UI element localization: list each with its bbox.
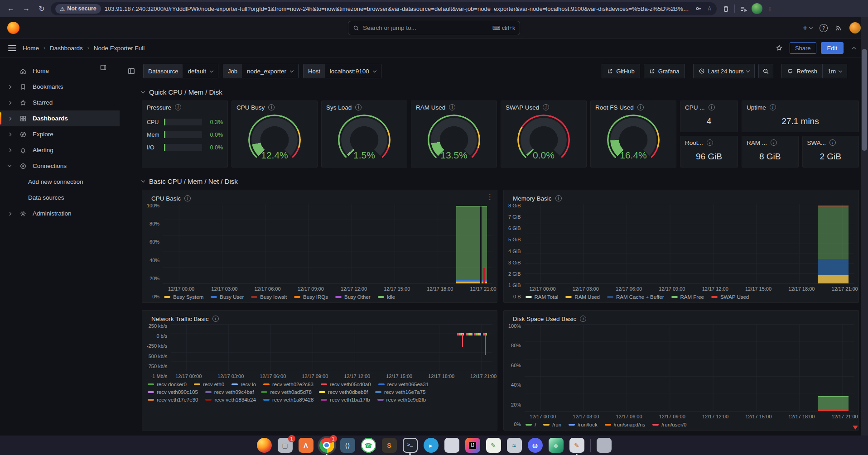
legend-item[interactable]: recv veth09c4baf <box>205 389 254 395</box>
panel-rootfs-total[interactable]: Root...i 96 GiB <box>680 136 738 168</box>
info-icon[interactable]: i <box>212 316 219 322</box>
panel-cpu-basic[interactable]: CPU Basici ⋮ 100%80%60%40%20%0% 12/17 00… <box>142 190 497 303</box>
url-text[interactable]: 103.91.187.240:32000/d/rYdddlPWk/node-ex… <box>105 5 692 12</box>
security-chip[interactable]: ⚠ Not secure <box>55 4 101 14</box>
forward-icon[interactable]: → <box>20 2 33 15</box>
legend-item[interactable]: Busy System <box>164 294 203 300</box>
legend-item[interactable]: recv veth05cd0a0 <box>321 382 371 387</box>
legend-item[interactable]: recv veth17e7e30 <box>148 397 198 402</box>
cpu-basic-plot[interactable] <box>163 204 492 284</box>
edit-button[interactable]: Edit <box>821 42 844 54</box>
info-icon[interactable]: i <box>707 139 713 146</box>
panel-disk-space-basic[interactable]: Disk Space Used Basici 100%80%60%40%20%0… <box>503 310 859 431</box>
legend-item[interactable]: /run <box>543 422 561 427</box>
dock-divider[interactable] <box>590 439 591 452</box>
info-icon[interactable]: i <box>184 195 191 201</box>
help-icon[interactable]: ? <box>820 24 828 32</box>
variable-host[interactable]: Host localhost:9100 <box>303 64 381 78</box>
browser-avatar[interactable] <box>752 3 762 14</box>
menu-toggle-icon[interactable] <box>8 45 16 51</box>
legend-item[interactable]: / <box>526 422 536 427</box>
panel-pressure[interactable]: Pressurei CPU0.3% Mem0.0% I/O0.0% <box>142 101 228 168</box>
legend-item[interactable]: recv veth0dbeb8f <box>319 389 368 395</box>
info-icon[interactable]: i <box>543 104 549 110</box>
panel-rootfs-used[interactable]: Root FS Usedi 16.4% <box>590 101 676 168</box>
dock-telegram[interactable]: ▸ <box>424 438 439 453</box>
legend-item[interactable]: recv lo <box>231 382 256 387</box>
info-icon[interactable]: i <box>770 104 776 110</box>
legend-item[interactable]: Idle <box>378 294 395 300</box>
dock-terminal[interactable]: >_ <box>403 438 418 453</box>
legend-item[interactable]: RAM Cache + Buffer <box>607 294 664 300</box>
legend-item[interactable]: recv veth1834b24 <box>205 397 256 402</box>
refresh-button[interactable]: Refresh <box>781 64 823 78</box>
dock-software-center[interactable]: ▢ 1 <box>278 438 293 453</box>
panel-cpu-busy[interactable]: CPU Busyi 12.4% <box>231 101 318 168</box>
legend-item[interactable]: Busy Other <box>335 294 371 300</box>
variable-job[interactable]: Job node_exporter <box>223 64 299 78</box>
dock-whatsapp[interactable]: ☎ <box>361 438 376 453</box>
legend-item[interactable]: /run/lock <box>569 422 597 427</box>
sidebar-item-home[interactable]: Home <box>0 63 120 79</box>
info-icon[interactable]: i <box>829 139 836 146</box>
sidebar-item-dashboards[interactable]: Dashboards <box>0 110 120 126</box>
url-bar[interactable]: ⚠ Not secure 103.91.187.240:32000/d/rYdd… <box>51 2 717 15</box>
breadcrumb-dashboards[interactable]: Dashboards <box>50 45 83 52</box>
legend-item[interactable]: recv eth0 <box>194 382 224 387</box>
sidebar-item-administration[interactable]: Administration <box>0 206 120 221</box>
reading-list-icon[interactable] <box>739 5 747 13</box>
refresh-interval-select[interactable]: 1m <box>823 64 847 78</box>
variable-datasource[interactable]: Datasource default <box>143 64 218 78</box>
legend-item[interactable]: RAM Free <box>671 294 704 300</box>
legend-item[interactable]: recv veth0ad5d78 <box>261 389 311 395</box>
section-quick[interactable]: Quick CPU / Mem / Disk <box>142 88 859 96</box>
panel-sys-load[interactable]: Sys Loadi 1.5% <box>321 101 407 168</box>
time-range-picker[interactable]: Last 24 hours <box>693 64 755 78</box>
user-avatar[interactable] <box>849 22 861 34</box>
legend-item[interactable]: recv veth1a89428 <box>263 397 313 402</box>
info-icon[interactable]: i <box>771 139 777 146</box>
info-icon[interactable]: i <box>355 104 362 110</box>
panel-swap-total[interactable]: SWA...i 2 GiB <box>802 136 859 168</box>
sidebar-item-data-sources[interactable]: Data sources <box>0 190 120 206</box>
scrollbar-track[interactable] <box>861 17 868 436</box>
legend-item[interactable]: recv docker0 <box>148 382 187 387</box>
add-menu-button[interactable]: + <box>803 24 812 33</box>
sidebar-item-explore[interactable]: Explore <box>0 126 120 142</box>
legend-item[interactable]: /run/snapd/ns <box>605 422 646 427</box>
legend-item[interactable]: Busy User <box>211 294 244 300</box>
dock-firefox[interactable] <box>257 438 272 453</box>
section-basic[interactable]: Basic CPU / Mem / Net / Disk <box>142 177 859 185</box>
share-button[interactable]: Share <box>790 42 816 54</box>
dock-discord[interactable]: ω <box>528 438 543 453</box>
search-input[interactable] <box>363 24 489 31</box>
legend-item[interactable]: recv veth02e2c63 <box>263 382 313 387</box>
info-icon[interactable]: i <box>555 195 562 201</box>
panel-network-traffic-basic[interactable]: Network Traffic Basici 250 kb/s0 b/s-250… <box>142 310 497 431</box>
sidebar-item-alerting[interactable]: Alerting <box>0 142 120 158</box>
info-icon[interactable]: i <box>637 104 644 110</box>
legend-item[interactable]: Busy Iowait <box>251 294 287 300</box>
dock-trash[interactable] <box>597 438 612 453</box>
info-icon[interactable]: i <box>709 104 715 110</box>
dock-menu-icon[interactable] <box>124 64 139 78</box>
dock-chrome[interactable]: 1 <box>319 438 334 453</box>
dock-files[interactable] <box>444 438 459 453</box>
news-icon[interactable] <box>835 24 842 32</box>
extensions-icon[interactable] <box>722 5 730 13</box>
info-icon[interactable]: i <box>268 104 275 110</box>
sidebar-item-bookmarks[interactable]: Bookmarks <box>0 79 120 95</box>
github-link-button[interactable]: GitHub <box>602 64 640 78</box>
sidebar-item-add-new-connection[interactable]: Add new connection <box>0 174 120 190</box>
scrollbar-thumb[interactable] <box>862 49 867 151</box>
collapse-up-icon[interactable] <box>848 42 860 54</box>
panel-cpu-cores[interactable]: CPU ...i 4 <box>680 101 738 132</box>
panel-swap-used[interactable]: SWAP Usedi 0.0% <box>501 101 587 168</box>
panel-memory-basic[interactable]: Memory Basici 8 GiB7 GiB6 GiB5 GiB4 GiB3… <box>503 190 859 303</box>
sidebar-item-connections[interactable]: Connections <box>0 158 120 174</box>
network-plot[interactable] <box>171 324 492 371</box>
legend-item[interactable]: Busy IRQs <box>294 294 328 300</box>
password-key-icon[interactable] <box>695 5 702 12</box>
back-icon[interactable]: ← <box>5 2 17 15</box>
zoom-out-button[interactable] <box>758 64 773 78</box>
